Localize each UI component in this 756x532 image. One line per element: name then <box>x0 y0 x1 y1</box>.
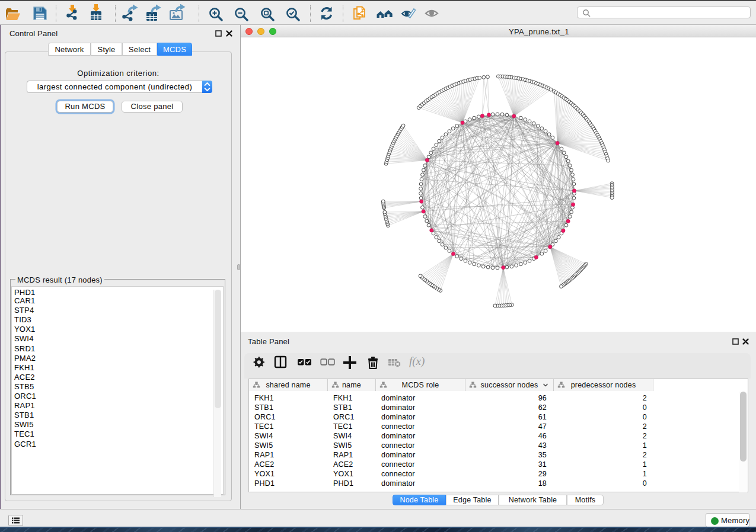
svg-text:f(x): f(x) <box>409 355 425 368</box>
